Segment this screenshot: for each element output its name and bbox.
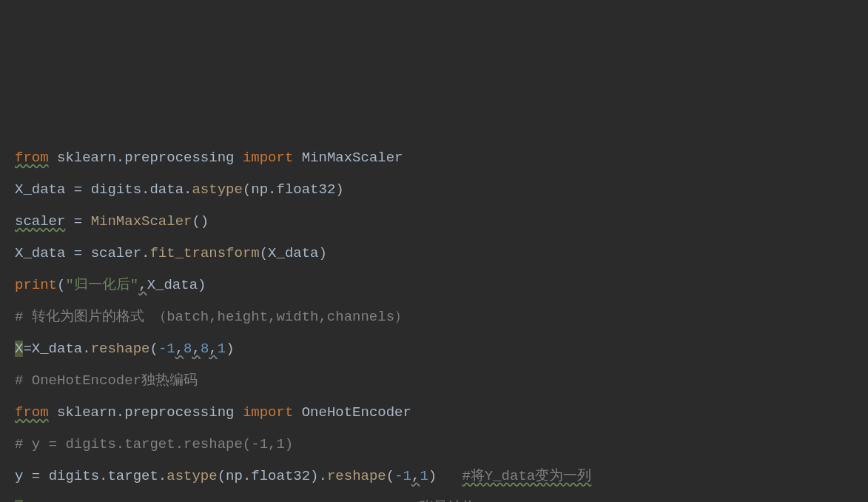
comment: # OneHotEncoder独热编码 [15,372,198,389]
code-line[interactable]: Y = OneHotEncoder().fit_transform(y).tod… [15,492,868,502]
builtin-print: print [15,277,57,293]
method-call: astype [192,181,242,198]
argument: X_data [147,277,198,293]
code-line[interactable]: from sklearn.preprocessing import MinMax… [15,142,868,174]
number-literal: 8 [201,341,209,357]
class-call: MinMaxScaler [91,213,192,230]
object-path: X_data. [32,341,91,357]
class-name: OneHotEncoder [302,404,411,421]
comma: , [138,277,147,293]
number-literal: 8 [184,341,192,357]
keyword-import: import [243,150,293,166]
string-literal: "归一化后" [65,277,138,293]
keyword-import: import [243,404,293,421]
keyword-from: from [15,150,49,166]
variable-highlighted: X [15,341,23,357]
object-path: digits.target. [49,468,167,484]
method-call: astype [166,468,217,484]
number-literal: -1 [158,341,175,357]
method-call: reshape [91,341,150,357]
code-line[interactable]: print("归一化后",X_data) [15,270,868,301]
method-call: reshape [327,468,386,484]
code-line[interactable]: from sklearn.preprocessing import OneHot… [15,397,868,429]
object-path: scaler. [91,245,150,261]
comment: # y = digits.target.reshape(-1,1) [15,436,293,452]
variable: y [15,468,23,484]
module-name: sklearn.preprocessing [57,150,234,166]
inline-comment: #将Y_data变为一列 [462,468,591,484]
number-literal: 1 [218,341,226,357]
class-name: MinMaxScaler [302,150,403,166]
variable: X_data [15,181,65,198]
variable: X_data [15,245,65,261]
code-line[interactable]: scaler = MinMaxScaler() [15,206,868,238]
comment: # 转化为图片的格式 （batch,height,width,channels） [15,309,408,325]
code-line[interactable]: X=X_data.reshape(-1,8,8,1) [15,333,868,365]
keyword-from: from [15,404,49,421]
method-call: fit_transform [149,245,259,261]
object-path: digits.data. [91,181,192,198]
call-args: (np.float32) [243,181,344,198]
number-literal: -1 [394,468,411,484]
code-editor[interactable]: from sklearn.preprocessing import MinMax… [15,142,868,502]
number-literal: 1 [420,468,428,484]
module-name: sklearn.preprocessing [57,404,234,421]
code-line[interactable]: # OneHotEncoder独热编码 [15,365,868,397]
variable: scaler [15,213,65,230]
code-line[interactable]: X_data = scaler.fit_transform(X_data) [15,238,868,270]
code-line[interactable]: # y = digits.target.reshape(-1,1) [15,429,868,461]
code-line[interactable]: y = digits.target.astype(np.float32).res… [15,461,868,492]
code-line[interactable]: # 转化为图片的格式 （batch,height,width,channels） [15,301,868,333]
code-line[interactable]: X_data = digits.data.astype(np.float32) [15,174,868,206]
